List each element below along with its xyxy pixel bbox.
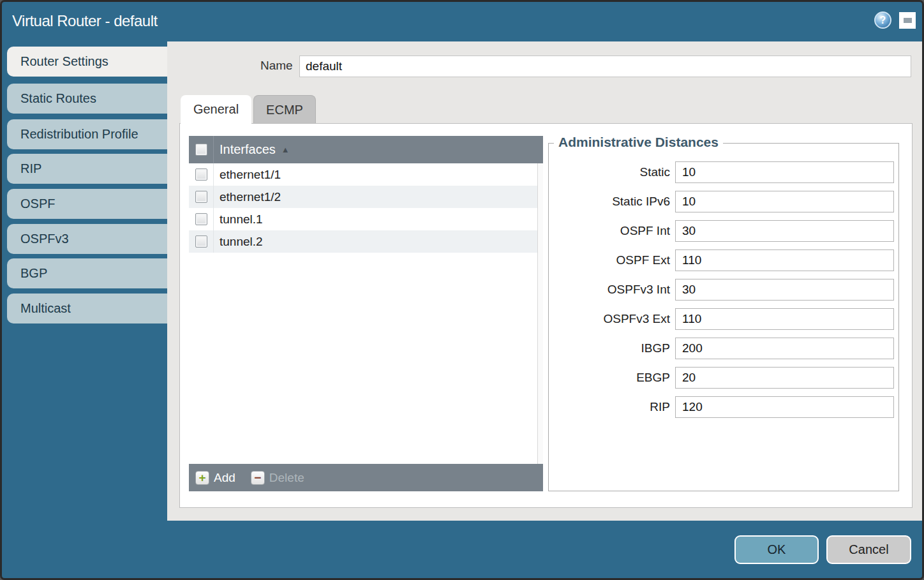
interface-name: tunnel.2	[220, 235, 263, 249]
name-label: Name	[260, 59, 293, 73]
row-checkbox[interactable]	[195, 213, 207, 225]
rip-input[interactable]	[675, 396, 894, 418]
sidebar-item-ospfv3[interactable]: OSPFv3	[7, 224, 169, 254]
interfaces-column-header: Interfaces	[220, 142, 276, 157]
add-button[interactable]: + Add	[195, 471, 235, 485]
rip-label: RIP	[549, 400, 670, 414]
field-row-ibgp: IBGP	[549, 338, 898, 359]
name-input[interactable]	[299, 56, 911, 77]
interfaces-table: Interfaces ▲ ethernet1/1 ethernet1/2 tun…	[189, 136, 543, 491]
delete-button-label: Delete	[269, 471, 304, 485]
interface-name: tunnel.1	[220, 212, 263, 227]
ospfv3-ext-label: OSPFv3 Ext	[549, 312, 670, 326]
table-row[interactable]: ethernet1/1	[189, 163, 543, 186]
static-label: Static	[549, 165, 670, 179]
ospf-ext-input[interactable]	[675, 249, 894, 271]
tab-general[interactable]: General	[181, 95, 251, 124]
interfaces-table-toolbar: + Add − Delete	[189, 464, 543, 491]
sidebar-item-rip[interactable]: RIP	[7, 154, 169, 184]
select-all-checkbox[interactable]	[195, 144, 207, 156]
ibgp-label: IBGP	[549, 341, 670, 355]
delete-icon: −	[251, 471, 265, 485]
delete-button[interactable]: − Delete	[251, 471, 304, 485]
sidebar-item-bgp[interactable]: BGP	[7, 258, 169, 288]
field-row-static-ipv6: Static IPv6	[549, 191, 898, 212]
dialog-title: Virtual Router - default	[12, 12, 158, 30]
add-icon: +	[195, 471, 209, 485]
static-ipv6-input[interactable]	[675, 191, 894, 212]
static-input[interactable]	[675, 161, 894, 183]
titlebar: Virtual Router - default ?	[2, 2, 922, 41]
row-checkbox[interactable]	[195, 235, 207, 248]
ok-button[interactable]: OK	[734, 535, 819, 564]
add-button-label: Add	[214, 471, 235, 485]
help-icon[interactable]: ?	[874, 11, 891, 29]
sidebar-item-ospf[interactable]: OSPF	[7, 189, 169, 219]
table-row[interactable]: tunnel.2	[189, 230, 543, 253]
table-row[interactable]: ethernet1/2	[189, 186, 543, 208]
administrative-distances-title: Administrative Distances	[554, 135, 723, 150]
administrative-distances-group: Administrative Distances Static Static I…	[548, 143, 899, 491]
general-tab-panel: Interfaces ▲ ethernet1/1 ethernet1/2 tun…	[179, 123, 913, 508]
help-icon-glyph: ?	[880, 15, 886, 26]
sidebar-item-redistribution-profile[interactable]: Redistribution Profile	[7, 119, 169, 149]
interfaces-table-header: Interfaces ▲	[189, 136, 543, 163]
ebgp-input[interactable]	[675, 367, 894, 389]
ospf-int-label: OSPF Int	[549, 224, 670, 238]
table-row[interactable]: tunnel.1	[189, 208, 543, 230]
row-checkbox[interactable]	[195, 168, 207, 181]
virtual-router-dialog: Virtual Router - default ? Router Settin…	[0, 0, 924, 580]
row-checkbox[interactable]	[195, 191, 207, 203]
interfaces-table-body: ethernet1/1 ethernet1/2 tunnel.1 tunnel.…	[189, 163, 543, 464]
static-ipv6-label: Static IPv6	[549, 195, 670, 209]
window-restore-icon[interactable]	[899, 12, 916, 29]
interface-name: ethernet1/2	[220, 190, 281, 204]
ibgp-input[interactable]	[675, 338, 894, 359]
ospfv3-int-label: OSPFv3 Int	[549, 283, 670, 297]
field-row-static: Static	[549, 161, 898, 183]
field-row-ospfv3-ext: OSPFv3 Ext	[549, 308, 898, 330]
sidebar-item-static-routes[interactable]: Static Routes	[7, 84, 169, 114]
tab-ecmp[interactable]: ECMP	[253, 95, 316, 124]
ospf-int-input[interactable]	[675, 220, 894, 242]
sidebar-item-router-settings[interactable]: Router Settings	[7, 47, 169, 77]
table-scrollbar[interactable]	[537, 163, 543, 464]
ospf-ext-label: OSPF Ext	[549, 253, 670, 267]
cancel-button[interactable]: Cancel	[826, 535, 911, 564]
ebgp-label: EBGP	[549, 371, 670, 385]
sidebar-item-multicast[interactable]: Multicast	[7, 294, 169, 323]
interface-name: ethernet1/1	[220, 168, 281, 182]
field-row-ebgp: EBGP	[549, 367, 898, 389]
content-panel: Name General ECMP Interfaces ▲ ethernet1…	[167, 41, 922, 521]
ospfv3-ext-input[interactable]	[675, 308, 894, 330]
field-row-rip: RIP	[549, 396, 898, 418]
window-restore-icon-inner	[904, 18, 912, 23]
field-row-ospf-ext: OSPF Ext	[549, 249, 898, 271]
sort-ascending-icon[interactable]: ▲	[281, 145, 290, 154]
field-row-ospfv3-int: OSPFv3 Int	[549, 279, 898, 301]
field-row-ospf-int: OSPF Int	[549, 220, 898, 242]
ospfv3-int-input[interactable]	[675, 279, 894, 301]
